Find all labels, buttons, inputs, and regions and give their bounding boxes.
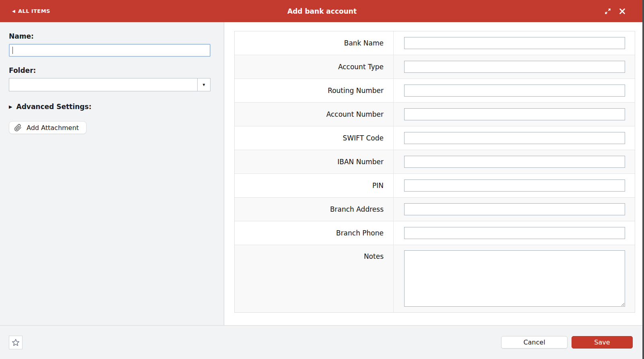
left-panel: Name: Folder: ▼ ▶ Advanced Settings: Add… [0,22,224,325]
name-input[interactable] [9,44,211,57]
expand-icon[interactable] [604,7,612,15]
field-row: Routing Number [235,79,635,103]
field-label: Account Type [338,63,384,71]
add-attachment-label: Add Attachment [27,124,79,132]
field-row: Branch Address [235,198,635,221]
field-row: IBAN Number [235,150,635,174]
bank-account-form: Bank Name Account Type Routing Number Ac… [234,31,635,313]
field-label: IBAN Number [337,158,384,166]
branch-address-input[interactable] [404,203,625,215]
field-row: Bank Name [235,31,635,55]
swift-code-input[interactable] [404,132,625,144]
field-label: Bank Name [344,39,384,47]
save-button[interactable]: Save [572,336,633,349]
branch-phone-input[interactable] [404,227,625,239]
name-label: Name: [9,32,224,40]
text-cursor [12,47,13,54]
back-button-label: ALL ITEMS [18,8,50,14]
dialog-footer: Cancel Save [0,325,644,359]
folder-combobox: ▼ [9,78,211,91]
dialog-header: ◀ ALL ITEMS Add bank account [0,0,644,22]
paperclip-icon [14,124,22,132]
field-row: Account Type [235,55,635,79]
right-panel: Bank Name Account Type Routing Number Ac… [224,22,644,325]
folder-input[interactable] [9,78,197,91]
account-number-input[interactable] [404,108,625,120]
field-row: Branch Phone [235,221,635,245]
close-icon[interactable] [618,7,626,15]
field-label: PIN [372,182,384,190]
field-label: Routing Number [328,87,384,95]
window-edge-scrollbar[interactable] [642,0,644,359]
field-label: SWIFT Code [343,134,384,142]
field-label: Branch Phone [336,229,384,237]
bank-name-input[interactable] [404,37,625,49]
account-type-input[interactable] [404,61,625,73]
star-icon [11,338,20,347]
field-label: Account Number [326,110,384,118]
field-row: PIN [235,174,635,198]
dialog-title: Add bank account [0,7,644,15]
folder-dropdown-button[interactable]: ▼ [197,78,211,91]
field-row: Notes [235,245,635,312]
add-attachment-button[interactable]: Add Attachment [9,121,87,134]
chevron-down-icon: ▼ [202,83,206,87]
advanced-settings-label: Advanced Settings: [16,103,91,111]
pin-input[interactable] [404,180,625,192]
back-triangle-icon: ◀ [12,9,15,13]
advanced-settings-toggle[interactable]: ▶ Advanced Settings: [9,103,224,111]
favorite-button[interactable] [9,336,23,349]
folder-label: Folder: [9,66,224,74]
field-label: Branch Address [330,205,384,213]
triangle-right-icon: ▶ [9,105,12,109]
routing-number-input[interactable] [404,85,625,97]
field-label: Notes [364,252,384,260]
back-all-items-button[interactable]: ◀ ALL ITEMS [12,8,50,14]
dialog-body: Name: Folder: ▼ ▶ Advanced Settings: Add… [0,22,644,325]
field-row: Account Number [235,103,635,126]
iban-number-input[interactable] [404,156,625,168]
notes-textarea[interactable] [404,250,625,307]
cancel-button[interactable]: Cancel [501,336,568,349]
field-row: SWIFT Code [235,126,635,150]
